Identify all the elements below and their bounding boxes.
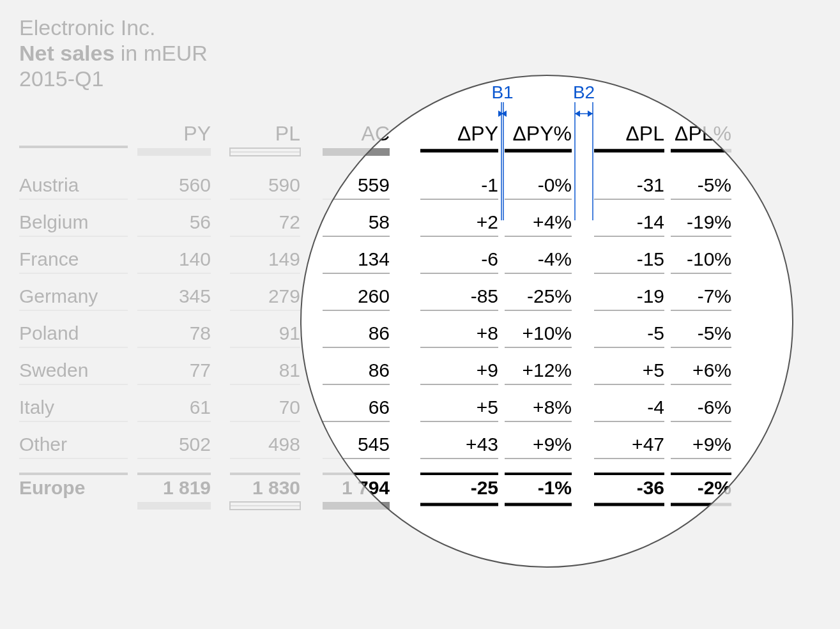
row-name: Other: [19, 434, 67, 455]
total-name: Europe: [19, 477, 85, 498]
cell-dpyp: +8%: [533, 397, 572, 418]
cell-pl: 81: [279, 360, 300, 381]
cell-pl: 72: [279, 211, 300, 232]
cell-dpyp: -0%: [538, 174, 572, 195]
cell-dpy: +9: [477, 360, 498, 381]
cell-py: 502: [179, 434, 211, 455]
cell-pl: 498: [268, 434, 300, 455]
cell-dplp: -10%: [687, 248, 731, 269]
annotation-b2: B2: [573, 82, 595, 102]
cell-ac: 545: [358, 434, 390, 455]
cell-dpyp: -25%: [527, 285, 572, 307]
col-dpyp: ΔPY%: [512, 122, 572, 145]
cell-dplp: +9%: [692, 434, 731, 455]
svg-text:-36: -36: [637, 477, 664, 498]
cell-dpyp: +10%: [522, 322, 572, 344]
cell-py: 78: [190, 322, 211, 344]
cell-dpl: -19: [637, 285, 664, 307]
row-name: Sweden: [19, 360, 88, 381]
cell-pl: 70: [279, 397, 300, 418]
row-name: Austria: [19, 174, 79, 195]
cell-py: 77: [190, 360, 211, 381]
cell-dplp: -5%: [698, 174, 731, 195]
cell-dpy: +8: [477, 322, 498, 344]
cell-dpl: +47: [632, 434, 664, 455]
col-py: PY: [183, 122, 211, 145]
cell-ac: 58: [369, 211, 390, 232]
cell-dpy: -1: [481, 174, 498, 195]
cell-dplp: -5%: [698, 322, 731, 344]
cell-dpl: -15: [637, 248, 664, 269]
cell-ac: 66: [369, 397, 390, 418]
row-name: France: [19, 248, 79, 269]
cell-pl: 91: [279, 322, 300, 344]
cell-dpl: -4: [647, 397, 664, 418]
row-name: Poland: [19, 322, 79, 344]
cell-pl: 279: [268, 285, 300, 307]
cell-dpl: -14: [637, 211, 664, 232]
cell-ac: 260: [358, 285, 390, 307]
col-dpl: ΔPL: [625, 122, 664, 145]
figure: Electronic Inc.Net sales in mEUR2015-Q1P…: [0, 0, 840, 629]
company: Electronic Inc.: [19, 15, 156, 40]
svg-rect-93: [137, 502, 211, 510]
cell-dpl: +5: [643, 360, 664, 381]
metric: Net sales in mEUR: [19, 41, 208, 65]
cell-ac: 86: [369, 360, 390, 381]
svg-rect-2: [137, 148, 211, 156]
cell-pl: 590: [268, 174, 300, 195]
cell-dplp: -7%: [698, 285, 731, 307]
cell-py: 61: [190, 397, 211, 418]
cell-ac: 134: [358, 248, 390, 269]
cell-py: 560: [179, 174, 211, 195]
cell-dpy: -6: [481, 248, 498, 269]
cell-dplp: -6%: [698, 397, 731, 418]
cell-dpyp: +4%: [533, 211, 572, 232]
cell-dpy: +43: [466, 434, 498, 455]
cell-ac: 559: [358, 174, 390, 195]
cell-dplp: -19%: [687, 211, 731, 232]
cell-ac: 86: [369, 322, 390, 344]
svg-text:1 830: 1 830: [252, 477, 300, 498]
cell-py: 345: [179, 285, 211, 307]
cell-py: 140: [179, 248, 211, 269]
row-name: Belgium: [19, 211, 88, 232]
col-dpy: ΔPY: [457, 122, 498, 145]
cell-pl: 149: [268, 248, 300, 269]
col-pl: PL: [275, 122, 300, 145]
row-name: Italy: [19, 397, 54, 418]
cell-dpy: +5: [477, 397, 498, 418]
row-name: Germany: [19, 285, 98, 307]
cell-dpyp: -4%: [538, 248, 572, 269]
cell-dpyp: +9%: [533, 434, 572, 455]
cell-dpy: -85: [471, 285, 498, 307]
cell-py: 56: [190, 211, 211, 232]
cell-dplp: +6%: [692, 360, 731, 381]
annotation-b1: B1: [491, 82, 513, 102]
svg-text:1 819: 1 819: [163, 477, 211, 498]
cell-dpl: -5: [647, 322, 664, 344]
svg-rect-96: [323, 502, 390, 510]
cell-dpl: -31: [637, 174, 664, 195]
period: 2015-Q1: [19, 66, 103, 91]
svg-text:-1%: -1%: [538, 477, 572, 498]
cell-dpyp: +12%: [522, 360, 572, 381]
cell-dpy: +2: [477, 211, 498, 232]
svg-text:-25: -25: [471, 477, 498, 498]
